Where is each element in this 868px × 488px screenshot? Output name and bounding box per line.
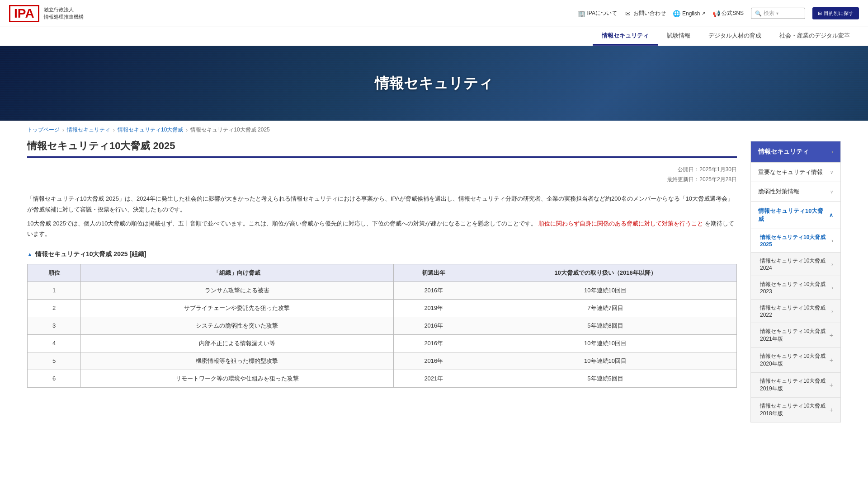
cell-threat: 機密情報等を狙った標的型攻撃 (81, 352, 393, 370)
sidebar-sub-item-2025[interactable]: 情報セキュリティ10大脅威 2025 (751, 229, 840, 252)
table-row: 3 システムの脆弱性を突いた攻撃 2016年 5年連続8回目 (28, 317, 737, 334)
cell-threat: サプライチェーンや委託先を狙った攻撃 (81, 299, 393, 317)
cell-threat: リモートワーク等の環境や仕組みを狙った攻撃 (81, 370, 393, 387)
sidebar-threats-chevron: ∧ (829, 212, 833, 218)
cell-rank: 4 (28, 334, 81, 352)
sidebar-sub-item-2024[interactable]: 情報セキュリティ10大脅威 2024 (751, 252, 840, 276)
sidebar-sub-chevron-2020 (830, 357, 833, 364)
sidebar-important[interactable]: 重要なセキュリティ情報 (751, 162, 840, 182)
building-icon: 🏢 (578, 10, 585, 17)
logo-subtitle: 独立行政法人 情報処理推進機構 (44, 6, 84, 20)
sidebar-container: 情報セキュリティ 重要なセキュリティ情報 脆弱性対策情報 情報セキュリティ10大… (750, 141, 841, 422)
sidebar-sub-chevron-2018 (830, 406, 833, 413)
table-row: 2 サプライチェーンや委託先を狙った攻撃 2019年 7年連続7回目 (28, 299, 737, 317)
description-p2: 10大脅威 2025では、個人の10大脅威の順位は掲載せず、五十音順で並べていま… (27, 218, 737, 239)
breadcrumb-threats[interactable]: 情報セキュリティ10大脅威 (118, 126, 183, 134)
sidebar-sub-label-2021: 情報セキュリティ10大脅威 2021年版 (760, 328, 830, 343)
section-title: 情報セキュリティ10大脅威 2025 [組織] (27, 250, 737, 258)
updated-date: 最終更新日：2025年2月28日 (27, 175, 737, 185)
content-wrapper: 情報セキュリティ10大脅威 2025 公開日：2025年1月30日 最終更新日：… (0, 139, 868, 441)
grid-icon: ⊞ (818, 10, 822, 16)
sidebar-sub-chevron-2021 (830, 332, 833, 339)
cell-rank: 2 (28, 299, 81, 317)
cell-rank: 3 (28, 317, 81, 334)
cell-record: 5年連続8回目 (474, 317, 737, 334)
nav-exam[interactable]: 試験情報 (658, 27, 699, 46)
sidebar-sub-chevron-2024 (831, 261, 833, 267)
sidebar-sub-label-2025: 情報セキュリティ10大脅威 2025 (760, 234, 831, 248)
english-nav-item[interactable]: 🌐 English ↗ (673, 10, 705, 17)
sidebar-threats[interactable]: 情報セキュリティ10大脅威 ∧ (751, 201, 840, 229)
cell-year: 2019年 (393, 299, 474, 317)
sns-nav-item[interactable]: 📢 公式SNS (712, 9, 744, 17)
threat-table: 順位 「組織」向け脅威 初選出年 10大脅威での取り扱い（2016年以降） 1 … (27, 264, 737, 388)
col-threat: 「組織」向け脅威 (81, 264, 393, 282)
share-icon: 📢 (712, 10, 720, 17)
cell-record: 10年連続10回目 (474, 282, 737, 299)
logo[interactable]: IPA 独立行政法人 情報処理推進機構 (9, 5, 84, 22)
sidebar-vulnerability[interactable]: 脆弱性対策情報 (751, 182, 840, 201)
nav-security[interactable]: 情報セキュリティ (593, 27, 658, 46)
mail-icon: ✉ (624, 10, 632, 17)
contact-nav-item[interactable]: ✉ お問い合わせ (624, 9, 666, 17)
sidebar-vulnerability-chevron (830, 188, 833, 195)
breadcrumb-home[interactable]: トップページ (27, 126, 60, 134)
external-icon: ↗ (702, 11, 705, 16)
sidebar-sub-list: 情報セキュリティ10大脅威 2025 情報セキュリティ10大脅威 2024 情報… (751, 229, 840, 422)
table-row: 4 内部不正による情報漏えい等 2016年 10年連続10回目 (28, 334, 737, 352)
breadcrumb-sep-1: › (62, 127, 64, 133)
ipa-logo-text: IPA (9, 5, 39, 22)
sidebar-sub-item-2022[interactable]: 情報セキュリティ10大脅威 2022 (751, 299, 840, 323)
cell-record: 10年連続10回目 (474, 352, 737, 370)
cell-threat: ランサム攻撃による被害 (81, 282, 393, 299)
sidebar-sub-item-2019[interactable]: 情報セキュリティ10大脅威 2019年版 (751, 372, 840, 397)
sidebar-sub-label-2019: 情報セキュリティ10大脅威 2019年版 (760, 377, 830, 393)
sidebar-sub-chevron-2023 (831, 285, 833, 291)
highlight-text: 順位に関わらず自身に関係のある脅威に対して対策を行うこと (538, 220, 703, 227)
sidebar-sub-chevron-2019 (830, 381, 833, 389)
cell-year: 2016年 (393, 282, 474, 299)
breadcrumb-sep-2: › (113, 127, 115, 133)
breadcrumb-current: 情報セキュリティ10大脅威 2025 (190, 126, 269, 134)
table-row: 6 リモートワーク等の環境や仕組みを狙った攻撃 2021年 5年連続5回目 (28, 370, 737, 387)
hero-banner: 情報セキュリティ (0, 46, 868, 121)
table-row: 1 ランサム攻撃による被害 2016年 10年連続10回目 (28, 282, 737, 299)
top-header: IPA 独立行政法人 情報処理推進機構 🏢 IPAについて ✉ お問い合わせ 🌐… (0, 0, 868, 46)
nav-digital[interactable]: デジタル人材の育成 (699, 27, 770, 46)
main-content: 情報セキュリティ10大脅威 2025 公開日：2025年1月30日 最終更新日：… (27, 139, 737, 422)
search-box[interactable]: 🔍 検索 ▾ (751, 8, 805, 19)
search-icon: 🔍 (755, 10, 762, 17)
breadcrumb-security[interactable]: 情報セキュリティ (67, 126, 110, 134)
cell-record: 5年連続5回目 (474, 370, 737, 387)
breadcrumb-sep-3: › (186, 127, 188, 133)
search-dropdown-icon: ▾ (776, 11, 778, 16)
purpose-menu-button[interactable]: ⊞ 目的別に探す (812, 7, 859, 19)
sidebar-header[interactable]: 情報セキュリティ (751, 141, 840, 162)
sidebar-sub-item-2020[interactable]: 情報セキュリティ10大脅威 2020年版 (751, 347, 840, 372)
sidebar-sub-label-2022: 情報セキュリティ10大脅威 2022 (760, 304, 831, 318)
cell-record: 10年連続10回目 (474, 334, 737, 352)
header-navigation: 🏢 IPAについて ✉ お問い合わせ 🌐 English ↗ 📢 公式SNS 🔍… (578, 7, 859, 19)
cell-threat: システムの脆弱性を突いた攻撃 (81, 317, 393, 334)
sidebar-sub-label-2023: 情報セキュリティ10大脅威 2023 (760, 281, 831, 295)
cell-rank: 6 (28, 370, 81, 387)
nav-industry[interactable]: 社会・産業のデジタル変革 (770, 27, 859, 46)
sidebar-header-chevron (831, 149, 833, 155)
sidebar-sub-label-2024: 情報セキュリティ10大脅威 2024 (760, 257, 831, 271)
cell-record: 7年連続7回目 (474, 299, 737, 317)
hero-title: 情報セキュリティ (375, 74, 493, 94)
col-year: 初選出年 (393, 264, 474, 282)
about-nav-item[interactable]: 🏢 IPAについて (578, 9, 617, 17)
published-date: 公開日：2025年1月30日 (27, 165, 737, 175)
cell-year: 2021年 (393, 370, 474, 387)
col-record: 10大脅威での取り扱い（2016年以降） (474, 264, 737, 282)
sidebar-important-chevron (830, 169, 833, 175)
sidebar-sub-item-2018[interactable]: 情報セキュリティ10大脅威 2018年版 (751, 397, 840, 422)
sidebar-sub-item-2021[interactable]: 情報セキュリティ10大脅威 2021年版 (751, 323, 840, 347)
sidebar-sub-item-2023[interactable]: 情報セキュリティ10大脅威 2023 (751, 276, 840, 299)
cell-rank: 5 (28, 352, 81, 370)
col-rank: 順位 (28, 264, 81, 282)
page-title: 情報セキュリティ10大脅威 2025 (27, 139, 737, 158)
breadcrumb: トップページ › 情報セキュリティ › 情報セキュリティ10大脅威 › 情報セキ… (0, 121, 868, 139)
description-block: 「情報セキュリティ10大脅威 2025」は、2024年に発生した社会的に影響が大… (27, 193, 737, 239)
